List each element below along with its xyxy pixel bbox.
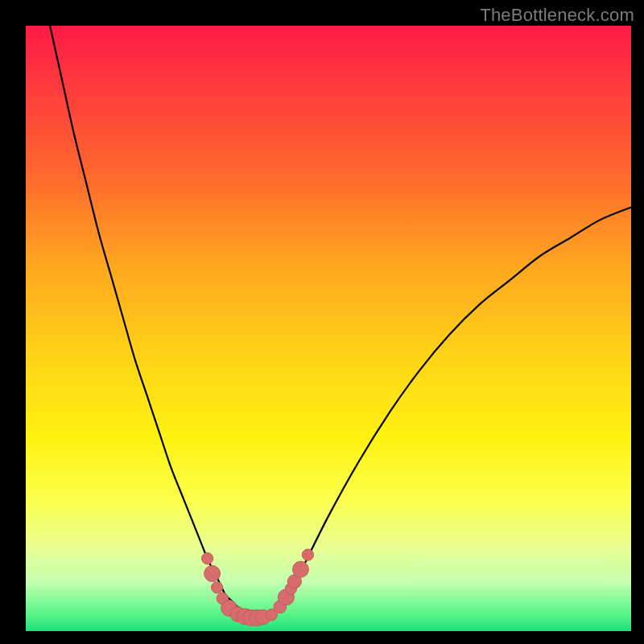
bottleneck-curve-svg	[26, 26, 631, 631]
bottleneck-curve	[50, 26, 631, 617]
chart-frame: TheBottleneck.com	[0, 0, 644, 644]
curve-marker	[204, 566, 221, 582]
curve-markers	[201, 549, 313, 625]
curve-marker	[211, 582, 222, 593]
plot-area	[26, 26, 631, 631]
curve-marker	[302, 549, 313, 560]
curve-marker	[201, 553, 213, 564]
watermark-text: TheBottleneck.com	[480, 5, 634, 26]
curve-marker	[292, 561, 308, 577]
